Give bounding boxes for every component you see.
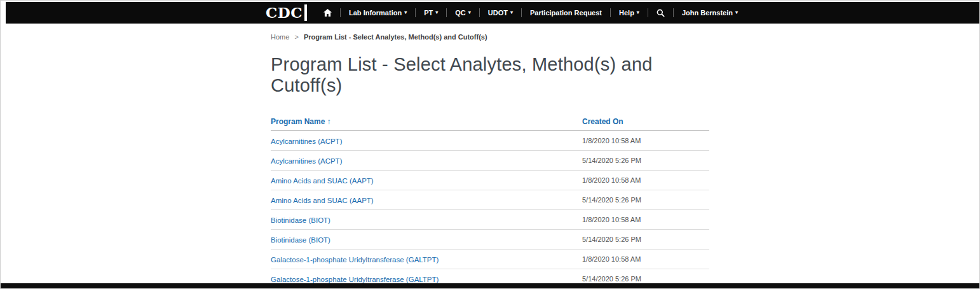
program-link[interactable]: Acylcarnitines (ACPT) [271,137,342,145]
table-row: Biotinidase (BIOT)5/14/2020 5:26 PM [271,230,709,250]
created-on-cell: 1/8/2020 10:58 AM [582,131,709,151]
nav-menu: Lab Information▾PT▾QC▾UDOT▾Participation… [322,8,739,17]
cdc-logo[interactable]: CDC [266,2,307,24]
nav-item-label: Help [619,9,634,17]
program-link[interactable]: Biotinidase (BIOT) [271,216,330,224]
program-name-cell: Acylcarnitines (ACPT) [271,131,582,151]
nav-item-label: QC [455,9,466,17]
nav-separator [610,8,611,17]
nav-item-pt[interactable]: PT▾ [423,9,439,17]
program-name-cell: Biotinidase (BIOT) [271,230,582,250]
nav-separator [415,8,416,17]
page-title: Program List - Select Analytes, Method(s… [271,54,709,96]
search-icon [657,9,665,17]
chevron-down-icon: ▾ [510,10,513,15]
app-window: CDC Lab Information▾PT▾QC▾UDOT▾Participa… [0,0,980,289]
nav-separator [673,8,674,17]
table-row: Amino Acids and SUAC (AAPT)1/8/2020 10:5… [271,171,709,190]
nav-separator [446,8,447,17]
nav-item-label: Participation Request [530,9,602,17]
program-name-cell: Amino Acids and SUAC (AAPT) [271,171,582,190]
program-link[interactable]: Biotinidase (BIOT) [271,236,330,244]
program-table-header: Program Name↑ Created On [271,112,709,131]
breadcrumb: Home > Program List - Select Analytes, M… [271,33,709,41]
program-link[interactable]: Galactose-1-phosphate Uridyltransferase … [271,256,439,264]
created-on-cell: 5/14/2020 5:26 PM [582,151,709,171]
nav-separator [521,8,522,17]
table-row: Acylcarnitines (ACPT)1/8/2020 10:58 AM [271,131,709,151]
nav-item-label: PT [424,9,433,17]
chevron-down-icon: ▾ [435,10,438,15]
cdc-logo-text: CDC [266,2,303,24]
nav-item-participation-request[interactable]: Participation Request [529,9,603,17]
breadcrumb-current: Program List - Select Analytes, Method(s… [304,33,487,41]
bottom-bar [1,283,979,288]
nav-item-label: John Bernstein [682,9,733,17]
cdc-logo-bar [304,4,307,21]
column-header-program-name[interactable]: Program Name↑ [271,112,582,131]
table-row: Galactose-1-phosphate Uridyltransferase … [271,250,709,269]
nav-item-home[interactable] [322,9,333,17]
program-link[interactable]: Galactose-1-phosphate Uridyltransferase … [271,276,439,283]
nav-item-label: Lab Information [349,9,402,17]
table-row: Biotinidase (BIOT)1/8/2020 10:58 AM [271,210,709,230]
program-link[interactable]: Amino Acids and SUAC (AAPT) [271,197,374,204]
main-content: Home > Program List - Select Analytes, M… [271,24,709,289]
breadcrumb-home-link[interactable]: Home [271,33,289,41]
nav-item-lab-information[interactable]: Lab Information▾ [348,9,408,17]
program-table: Program Name↑ Created On Acylcarnitines … [271,112,709,289]
program-name-cell: Galactose-1-phosphate Uridyltransferase … [271,250,582,269]
nav-separator [648,8,648,17]
created-on-cell: 5/14/2020 5:26 PM [582,190,709,210]
nav-item-help[interactable]: Help▾ [618,9,641,17]
chevron-down-icon: ▾ [404,10,407,15]
nav-item-qc[interactable]: QC▾ [454,9,472,17]
program-name-cell: Amino Acids and SUAC (AAPT) [271,190,582,210]
chevron-down-icon: ▾ [468,10,471,15]
nav-separator [479,8,480,17]
created-on-cell: 1/8/2020 10:58 AM [582,171,709,190]
created-on-cell: 5/14/2020 5:26 PM [582,230,709,250]
table-row: Amino Acids and SUAC (AAPT)5/14/2020 5:2… [271,190,709,210]
created-on-cell: 1/8/2020 10:58 AM [582,250,709,269]
column-header-created-on[interactable]: Created On [582,112,709,131]
chevron-down-icon: ▾ [735,10,738,15]
program-link[interactable]: Amino Acids and SUAC (AAPT) [271,177,374,185]
nav-separator [340,8,341,17]
nav-item-label: UDOT [488,9,508,17]
breadcrumb-separator: > [294,33,298,41]
home-icon [323,9,332,17]
column-header-program-name-label: Program Name [271,117,325,126]
nav-item-user-menu[interactable]: John Bernstein▾ [681,9,739,17]
top-nav-bar: CDC Lab Information▾PT▾QC▾UDOT▾Participa… [6,2,979,24]
nav-item-search[interactable] [655,9,666,17]
program-name-cell: Biotinidase (BIOT) [271,210,582,230]
chevron-down-icon: ▾ [637,10,639,15]
created-on-cell: 1/8/2020 10:58 AM [582,210,709,230]
nav-item-udot[interactable]: UDOT▾ [487,9,514,17]
table-row: Acylcarnitines (ACPT)5/14/2020 5:26 PM [271,151,709,171]
program-name-cell: Acylcarnitines (ACPT) [271,151,582,171]
program-link[interactable]: Acylcarnitines (ACPT) [271,157,342,165]
sort-ascending-icon: ↑ [327,117,330,126]
program-table-body: Acylcarnitines (ACPT)1/8/2020 10:58 AMAc… [271,131,709,289]
